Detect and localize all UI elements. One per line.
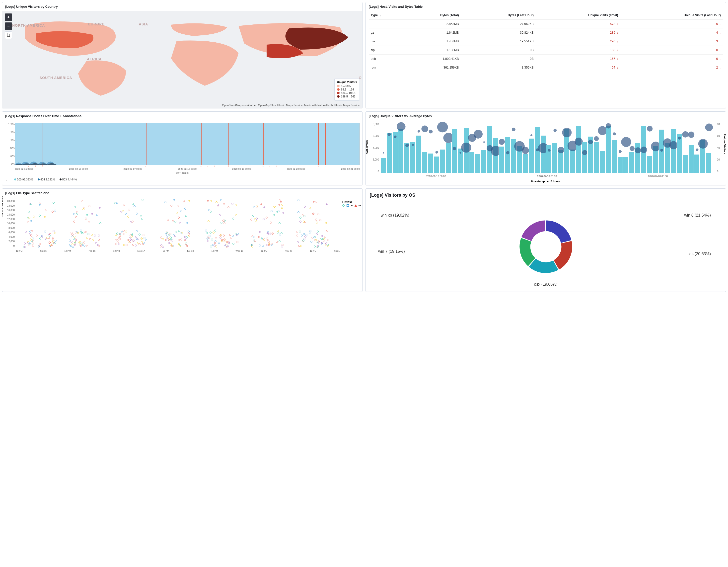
annotation-line[interactable] (215, 123, 215, 165)
scatter-point (266, 216, 268, 218)
scatter-point (122, 210, 124, 212)
scatter-point (38, 245, 40, 247)
col-bytes-total[interactable]: Bytes (Total) (404, 11, 461, 20)
table-row[interactable]: gz1.642MB30.824KB 289↓ 4↓ (369, 28, 723, 37)
table-row[interactable]: zip1.108MB0B 188↓ 0↓ (369, 46, 723, 55)
scatter-legend-title: File type (342, 200, 362, 203)
annotation-line[interactable] (270, 123, 270, 165)
resp-legend-item[interactable]: 200 93.333% (14, 178, 33, 181)
uv-bubble (698, 139, 708, 148)
map-area[interactable]: NORTH AMERICA SOUTH AMERICA EUROPE AFRIC… (2, 11, 362, 108)
annotation-line[interactable] (325, 123, 326, 165)
scatter-chart[interactable]: Transferred bytes 20,00018,00016,00014,0… (2, 197, 362, 255)
uv-bar (706, 153, 711, 173)
uv-bubble (594, 136, 599, 141)
map-title: [Logs] Unique Visitors by Country (2, 2, 362, 11)
table-row[interactable]: 2.853MB27.662KB 578↓ 6↓ (369, 20, 723, 28)
resp-legend: ⌄ 200 93.333% 404 2.222% 503 4.444% (2, 175, 362, 184)
scatter-point (174, 221, 176, 223)
scatter-point (220, 222, 222, 224)
scatter-point (179, 244, 181, 246)
uv-avg-panel: [Logs] Unique Visitors vs. Average Bytes… (365, 111, 726, 185)
scatter-point (263, 206, 265, 208)
scatter-point (54, 232, 56, 234)
visitors-by-os-panel: [Logs] Visitors by OS win 8 (21.54%) ios… (365, 188, 726, 292)
scatter-point (120, 211, 122, 213)
scatter-legend-item[interactable] (342, 204, 346, 206)
table-row[interactable]: deb1,000.41KB0B 167↓ 0↓ (369, 55, 723, 63)
zoom-in-button[interactable]: + (5, 13, 12, 21)
annotation-line[interactable] (36, 123, 36, 165)
resp-chart[interactable]: 100%80%60%40%20%0% ************* 2020-02… (2, 120, 362, 175)
col-bytes-last[interactable]: Bytes (Last Hour) (461, 11, 536, 20)
resp-legend-item[interactable]: 503 4.444% (60, 178, 77, 181)
scatter-legend-item[interactable]: css (347, 204, 354, 207)
scatter-point (99, 222, 101, 224)
scatter-point (88, 221, 90, 223)
uv-bubble (641, 146, 647, 153)
scatter-point (276, 211, 278, 213)
uv-bubble (388, 133, 391, 136)
chevron-down-icon[interactable]: ⌄ (5, 178, 8, 181)
scatter-point (296, 234, 298, 236)
uv-bar (612, 140, 617, 173)
arrow-down-icon: ↓ (617, 66, 618, 69)
scatter-point (317, 213, 319, 215)
annotation-line[interactable] (263, 123, 264, 165)
scatter-point (48, 237, 50, 239)
arrow-down-icon: ↓ (617, 40, 618, 43)
annotation-line[interactable] (146, 123, 146, 165)
donut-slice-osx[interactable] (532, 263, 556, 268)
annotation-line[interactable] (277, 123, 277, 165)
scatter-point (325, 242, 327, 244)
col-uv-total[interactable]: Unique Visits (Total) (536, 11, 620, 20)
donut-slice-win-7[interactable] (525, 240, 532, 262)
scatter-point (39, 202, 41, 204)
scatter-legend-item[interactable]: deb (355, 204, 362, 207)
scatter-point (79, 244, 81, 246)
scatter-point (82, 208, 84, 210)
uv-bubble (613, 132, 616, 136)
response-codes-panel: [Logs] Response Codes Over Time + Annota… (2, 111, 363, 185)
annotation-line[interactable] (43, 123, 43, 165)
scatter-point (114, 202, 116, 204)
scatter-point (32, 240, 34, 242)
annotation-line[interactable] (228, 123, 229, 165)
annotation-line[interactable] (201, 123, 202, 165)
scatter-point (256, 206, 258, 208)
donut-slice-win-8[interactable] (546, 226, 566, 241)
zoom-out-button[interactable]: − (5, 22, 12, 30)
scatter-point (310, 241, 312, 243)
scatter-point (36, 234, 38, 236)
uv-bubble (435, 151, 438, 153)
col-type[interactable]: Type ↑ (369, 11, 404, 20)
scatter-point (176, 212, 178, 214)
uv-xlabel: timestamp per 3 hours (531, 180, 561, 183)
donut-label-winxp: win xp (19.02%) (381, 213, 409, 217)
scatter-point (85, 217, 87, 219)
annotation-line[interactable] (29, 123, 29, 165)
scatter-point (226, 246, 228, 248)
donut-slice-win-xp[interactable] (526, 226, 545, 239)
uv-chart[interactable]: Avg. Bytes Unique Visitors 8,0006,0004,0… (366, 120, 726, 185)
scatter-point (180, 210, 182, 212)
table-row[interactable]: css1.458MB19.551KB 270↓ 3↓ (369, 37, 723, 46)
crop-icon[interactable] (5, 31, 12, 39)
annotation-line[interactable] (208, 123, 208, 165)
scatter-point (41, 235, 43, 237)
resp-title: [Logs] Response Codes Over Time + Annota… (2, 112, 362, 120)
scatter-point (315, 201, 317, 203)
scatter-point (178, 239, 180, 241)
scatter-point (223, 203, 225, 205)
arrow-down-icon: ↓ (720, 49, 721, 52)
annotation-line[interactable] (318, 123, 319, 165)
scatter-point (54, 209, 56, 211)
scatter-point (170, 204, 172, 206)
table-row[interactable]: rpm361.259KB3.355KB 54↓ 2↓ (369, 63, 723, 72)
resp-legend-item[interactable]: 404 2.222% (38, 178, 55, 181)
donut-slice-ios[interactable] (556, 242, 567, 265)
scatter-point (53, 242, 55, 244)
col-uv-last[interactable]: Unique Visits (Last Hour) (620, 11, 723, 20)
donut-chart[interactable]: win 8 (21.54%) ios (20.63%) osx (19.66%)… (366, 202, 726, 292)
scatter-point (226, 241, 228, 243)
